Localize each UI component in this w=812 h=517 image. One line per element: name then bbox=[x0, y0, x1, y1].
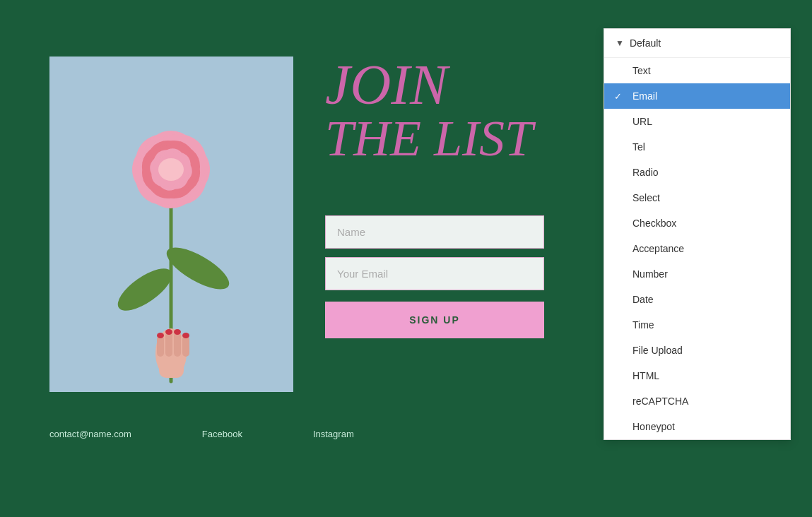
dropdown-item[interactable]: Email bbox=[604, 83, 790, 109]
dropdown-item-label: Date bbox=[632, 294, 779, 305]
svg-point-24 bbox=[165, 329, 172, 335]
dropdown-item-label: URL bbox=[632, 116, 779, 127]
join-heading: JOIN bbox=[325, 57, 572, 113]
dropdown-item-label: Text bbox=[632, 65, 779, 76]
dropdown-panel: ▼ Default TextEmailURLTelRadioSelectChec… bbox=[604, 28, 791, 440]
dropdown-item[interactable]: Number bbox=[604, 261, 790, 287]
dropdown-header[interactable]: ▼ Default bbox=[604, 29, 790, 58]
name-input[interactable] bbox=[325, 215, 544, 249]
dropdown-item-label: Radio bbox=[632, 167, 779, 178]
the-list-heading: THE LIST bbox=[325, 113, 572, 164]
dropdown-item-label: Honeypot bbox=[632, 421, 779, 432]
dropdown-item-label: Tel bbox=[632, 141, 779, 153]
signup-button[interactable]: SIGN UP bbox=[325, 302, 544, 338]
dropdown-header-label: Default bbox=[630, 37, 661, 49]
form-area: SIGN UP bbox=[325, 215, 544, 338]
facebook-link[interactable]: Facebook bbox=[202, 429, 242, 439]
instagram-link[interactable]: Instagram bbox=[313, 429, 354, 439]
dropdown-item[interactable]: URL bbox=[604, 109, 790, 134]
svg-point-26 bbox=[182, 333, 189, 338]
email-input[interactable] bbox=[325, 257, 544, 290]
dropdown-item[interactable]: Date bbox=[604, 287, 790, 312]
dropdown-item[interactable]: Acceptance bbox=[604, 236, 790, 261]
flower-image bbox=[49, 57, 293, 392]
dropdown-item[interactable]: Tel bbox=[604, 134, 790, 160]
svg-point-25 bbox=[174, 329, 181, 335]
dropdown-item[interactable]: File Upload bbox=[604, 338, 790, 363]
dropdown-item[interactable]: Honeypot bbox=[604, 414, 790, 439]
dropdown-list: TextEmailURLTelRadioSelectCheckboxAccept… bbox=[604, 58, 790, 439]
dropdown-item-label: Checkbox bbox=[632, 218, 779, 229]
page-background: JOIN THE LIST SIGN UP contact@name.com F… bbox=[0, 0, 812, 517]
footer-links: contact@name.com Facebook Instagram bbox=[49, 429, 354, 439]
svg-point-16 bbox=[158, 158, 184, 181]
svg-rect-19 bbox=[157, 335, 164, 357]
dropdown-item[interactable]: Select bbox=[604, 185, 790, 210]
dropdown-item-label: Acceptance bbox=[632, 243, 779, 254]
dropdown-item[interactable]: HTML bbox=[604, 363, 790, 388]
heading-area: JOIN THE LIST bbox=[325, 57, 572, 164]
contact-email-link[interactable]: contact@name.com bbox=[49, 429, 131, 439]
dropdown-item-label: File Upload bbox=[632, 345, 779, 356]
dropdown-item-label: Time bbox=[632, 319, 779, 331]
dropdown-item[interactable]: Radio bbox=[604, 160, 790, 185]
dropdown-item[interactable]: Checkbox bbox=[604, 210, 790, 236]
svg-rect-20 bbox=[165, 332, 172, 357]
dropdown-arrow-icon: ▼ bbox=[616, 38, 624, 48]
svg-point-23 bbox=[157, 333, 164, 338]
dropdown-item[interactable]: Time bbox=[604, 312, 790, 338]
dropdown-item[interactable]: Text bbox=[604, 58, 790, 83]
dropdown-item-label: Select bbox=[632, 192, 779, 203]
dropdown-item[interactable]: reCAPTCHA bbox=[604, 388, 790, 414]
svg-rect-22 bbox=[182, 335, 189, 357]
dropdown-item-label: reCAPTCHA bbox=[632, 396, 779, 407]
dropdown-item-label: HTML bbox=[632, 370, 779, 381]
svg-rect-21 bbox=[174, 332, 181, 357]
dropdown-item-label: Number bbox=[632, 268, 779, 280]
dropdown-item-label: Email bbox=[632, 90, 779, 102]
